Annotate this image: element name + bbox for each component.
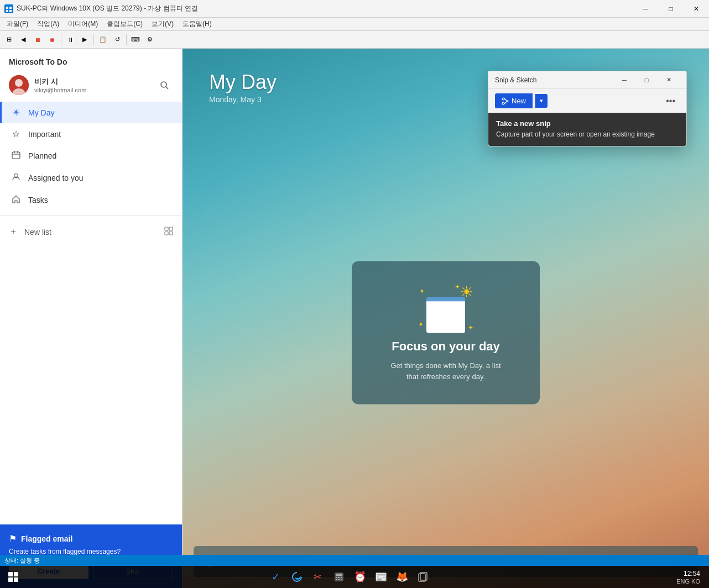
sparkle-2: ✦ <box>418 321 424 328</box>
title-bar-text: SUK-PC의 Windows 10X (OS 빌드 20279) - 가상 컴… <box>17 4 705 13</box>
sidebar-item-my-day[interactable]: ☀ My Day <box>0 102 182 123</box>
snip-minimize-button[interactable]: ─ <box>613 71 635 89</box>
search-icon <box>160 81 169 90</box>
sparkle-1: ✦ <box>419 287 425 295</box>
new-list-label: New list <box>24 228 51 237</box>
taskbar-lang: ENG KO <box>676 578 700 585</box>
toolbar-btn-key[interactable]: ⌨ <box>129 33 142 46</box>
toolbar-separator <box>61 34 61 45</box>
toolbar-separator-2 <box>93 34 94 45</box>
snip-new-label: New <box>512 97 526 105</box>
app-icon <box>4 4 13 13</box>
sparkle-3: ✦ <box>455 283 460 291</box>
svg-rect-10 <box>12 152 20 159</box>
snip-dropdown-button[interactable]: ▾ <box>535 94 548 108</box>
sidebar-item-planned[interactable]: Planned <box>0 145 182 167</box>
taskbar-todo-icon[interactable]: ✓ <box>266 567 286 587</box>
toolbar-separator-3 <box>126 34 127 45</box>
menu-clipboard[interactable]: 클립보드(C) <box>102 18 147 30</box>
taskbar-files-icon[interactable] <box>413 567 433 587</box>
avatar[interactable] <box>9 75 29 95</box>
svg-rect-2 <box>9 7 12 9</box>
svg-line-9 <box>166 87 168 89</box>
svg-point-6 <box>15 79 23 87</box>
svg-rect-31 <box>341 577 342 578</box>
snip-sketch-window: Snip & Sketch ─ □ ✕ <box>488 71 687 146</box>
focus-description: Get things done with My Day, a list that… <box>385 360 507 382</box>
person-icon <box>11 172 22 183</box>
taskbar-calc-icon[interactable] <box>329 567 349 587</box>
nav-label-important: Important <box>28 130 61 139</box>
plus-icon: ＋ <box>9 226 18 238</box>
focus-title: Focus on your day <box>385 339 507 354</box>
snip-new-button[interactable]: New <box>495 93 533 108</box>
svg-rect-0 <box>4 4 13 13</box>
flag-icon: ⚑ <box>9 533 17 544</box>
app-name: Microsoft To Do <box>9 57 67 66</box>
toolbar-btn-1[interactable]: ⊞ <box>2 33 15 46</box>
maximize-button[interactable]: □ <box>658 0 684 18</box>
sidebar-header: Microsoft To Do <box>0 49 182 71</box>
snip-toolbar: New ▾ ••• <box>488 89 686 113</box>
taskbar-scissors-icon[interactable]: ✂ <box>308 567 328 587</box>
toolbar-btn-extra[interactable]: ⚙ <box>143 33 157 46</box>
sidebar-item-tasks[interactable]: Tasks <box>0 189 182 211</box>
taskbar-news-icon[interactable]: 📰 <box>371 567 391 587</box>
focus-card: ☀ ✦ ✦ ✦ ✦ Focus on your day Get things d… <box>352 261 540 404</box>
windows-icon <box>8 572 18 582</box>
sidebar-item-important[interactable]: ☆ Important <box>0 123 182 145</box>
toolbar-btn-pause[interactable]: ⏸ <box>64 33 77 46</box>
close-button[interactable]: ✕ <box>684 0 709 18</box>
user-name: 비키 시 <box>34 77 150 87</box>
menu-help[interactable]: 도움말(H) <box>178 18 216 30</box>
user-email: vikiyi@hotmail.com <box>34 87 150 93</box>
calendar-icon <box>11 150 22 161</box>
toolbar-btn-refresh[interactable]: ↺ <box>111 33 124 46</box>
grid-icon <box>164 227 173 237</box>
snip-more-button[interactable]: ••• <box>661 94 680 108</box>
menu-bar: 파일(F) 작업(A) 미디어(M) 클립보드(C) 보기(V) 도움말(H) <box>0 18 709 31</box>
menu-file[interactable]: 파일(F) <box>2 18 33 30</box>
svg-rect-32 <box>336 579 337 580</box>
toolbar-btn-2[interactable]: ◀ <box>17 33 30 46</box>
new-list-item[interactable]: ＋ New list <box>0 221 182 243</box>
title-bar-controls: ─ □ ✕ <box>633 0 709 18</box>
taskbar-time-icon[interactable]: ⏰ <box>350 567 370 587</box>
user-profile: 비키 시 vikiyi@hotmail.com <box>0 71 182 99</box>
svg-rect-18 <box>169 232 173 235</box>
taskbar: ✓ ✂ ⏰ 📰 <box>0 566 709 588</box>
taskbar-edge-icon[interactable] <box>287 567 307 587</box>
menu-action[interactable]: 작업(A) <box>33 18 64 30</box>
toolbar-btn-screen[interactable]: 📋 <box>96 33 110 46</box>
search-button[interactable] <box>155 76 173 94</box>
taskbar-fox-icon[interactable]: 🦊 <box>392 567 412 587</box>
svg-rect-1 <box>6 7 8 9</box>
start-button[interactable] <box>4 568 22 586</box>
menu-view[interactable]: 보기(V) <box>147 18 178 30</box>
snip-close-button[interactable]: ✕ <box>658 71 680 89</box>
nav-items: ☀ My Day ☆ Important <box>0 99 182 524</box>
main-content: My Day Monday, May 3 ☀ ✦ ✦ ✦ ✦ Focus on … <box>183 49 709 588</box>
snip-maximize-button[interactable]: □ <box>635 71 658 89</box>
toolbar-btn-play[interactable]: ▶ <box>78 33 91 46</box>
taskbar-time: 12:54 <box>684 570 700 578</box>
calendar-illustration <box>426 297 465 333</box>
svg-point-19 <box>502 98 504 100</box>
files-icon <box>418 571 429 582</box>
snip-window-controls: ─ □ ✕ <box>613 71 680 89</box>
svg-rect-28 <box>336 574 342 576</box>
sidebar-item-assigned[interactable]: Assigned to you <box>0 167 182 189</box>
home-icon <box>11 195 22 206</box>
sidebar: Microsoft To Do 비키 시 vikiyi@hotmail.com <box>0 49 183 588</box>
toolbar: ⊞ ◀ ⏹ ⏺ ⏸ ▶ 📋 ↺ ⌨ ⚙ <box>0 31 709 49</box>
svg-rect-4 <box>9 10 12 12</box>
minimize-button[interactable]: ─ <box>633 0 658 18</box>
menu-media[interactable]: 미디어(M) <box>64 18 102 30</box>
toolbar-btn-stop[interactable]: ⏹ <box>31 33 44 46</box>
toolbar-btn-rec[interactable]: ⏺ <box>45 33 59 46</box>
star-icon: ☆ <box>11 129 22 139</box>
svg-rect-33 <box>338 579 340 580</box>
nav-divider <box>0 216 182 216</box>
page-title: My Day <box>209 71 277 94</box>
user-info: 비키 시 vikiyi@hotmail.com <box>34 77 150 93</box>
